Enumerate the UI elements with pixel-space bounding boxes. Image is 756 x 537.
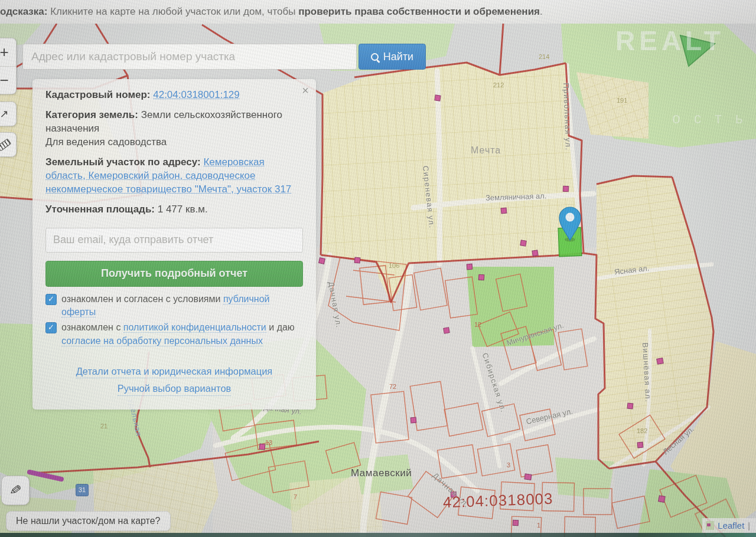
consent-privacy-middle: и даю (266, 322, 295, 332)
consent-privacy-text: ознакомлен с политикой конфиденциальност… (61, 321, 303, 348)
road-number-shield: 31 (76, 484, 89, 496)
zoom-control: + − (0, 38, 17, 94)
parcel-number: 106 (389, 262, 399, 269)
parcel-number: 12 (474, 321, 481, 328)
address-label: Земельный участок по адресу: (45, 156, 201, 168)
parcel-info-panel: × Кадастровый номер: 42:04:0318001:129 К… (32, 79, 316, 410)
site-watermark: REALT (615, 25, 725, 57)
parcel-number: 182 (637, 427, 647, 434)
cadastral-number-link[interactable]: 42:04:0318001:129 (153, 89, 240, 100)
parcel-number: 191 (617, 97, 627, 104)
zoom-in-button[interactable]: + (0, 38, 16, 67)
cadastral-map-app: Мечта Земляничная ал. Привольная ул. Сир… (0, 0, 756, 537)
measure-button[interactable] (0, 132, 17, 157)
parcel-number: 212 (493, 81, 504, 89)
parcel-number: 13 (265, 439, 272, 446)
leaflet-attribution-link[interactable]: Leaflet (718, 520, 744, 531)
search-icon (371, 53, 379, 61)
hint-bold-tail: проверить права собственности и обремене… (298, 6, 540, 17)
personal-data-link[interactable]: согласие на обработку персональных данны… (61, 336, 263, 346)
privacy-policy-link[interactable]: политикой конфиденциальности (123, 322, 266, 333)
fullscreen-button[interactable]: ↗ (0, 101, 17, 126)
consent-offer-prefix: ознакомлен и согласен с условиями (61, 294, 223, 304)
pencil-icon: ✎ (8, 476, 24, 505)
search-button[interactable]: Найти (359, 44, 426, 70)
search-button-label: Найти (383, 51, 413, 63)
address-row: Земельный участок по адресу: Кемеровская… (45, 156, 303, 197)
consent-row-offer: ✓ ознакомлен и согласен с условиями публ… (45, 293, 303, 319)
settlement-label: Мамаевский (351, 467, 412, 479)
land-category-label: Категория земель: (45, 109, 138, 120)
attribution-map-tile (706, 521, 714, 530)
land-category-row: Категория земель: Земли сельскохозяйстве… (45, 109, 303, 149)
hint-bar: одсказка: Кликните на карте на любой уча… (0, 0, 756, 24)
hint-bold-lead: одсказка: (0, 6, 47, 17)
get-report-button[interactable]: Получить подробный отчет (45, 261, 303, 287)
cadastral-quarter-number: 42:04:0318003 (443, 490, 553, 512)
manual-selection-link[interactable]: Ручной выбор вариантов (118, 382, 232, 395)
parcel-number: 1 (537, 522, 540, 529)
not-found-button[interactable]: Не нашли участок/дом на карте? (6, 511, 171, 531)
area-row: Уточненная площадь: 1 477 кв.м. (45, 203, 303, 217)
parcel-number: 72 (389, 383, 396, 390)
email-field[interactable] (45, 228, 303, 253)
land-usage-value: Для ведения садоводства (45, 136, 167, 148)
search-input[interactable] (22, 44, 357, 70)
area-label: Уточненная площадь: (45, 204, 155, 215)
parcel-number: 7 (294, 493, 297, 500)
cadastral-number-label: Кадастровый номер: (45, 89, 150, 100)
snt-name-label: Мечта (471, 145, 501, 156)
ruler-icon (0, 139, 11, 152)
search-bar: Найти (22, 44, 426, 70)
consent-row-privacy: ✓ ознакомлен с политикой конфиденциально… (45, 321, 303, 348)
attribution-divider: | (748, 521, 750, 531)
close-icon[interactable]: × (302, 83, 309, 99)
draw-button[interactable]: ✎ (1, 476, 30, 505)
consent-offer-text: ознакомлен и согласен с условиями публич… (61, 293, 303, 319)
parcel-number: 3 (507, 461, 510, 469)
panel-footer-links: Детали отчета и юридическая информация Р… (45, 363, 303, 398)
map-attribution: Leaflet | (702, 518, 756, 533)
hint-text: Кликните на карте на любой участок или д… (47, 6, 298, 17)
zoom-out-button[interactable]: − (0, 67, 16, 94)
hint-period: . (540, 6, 543, 17)
site-watermark-line2: о с т ь (672, 110, 748, 127)
offer-checkbox[interactable]: ✓ (45, 294, 57, 305)
screen-edge (0, 533, 756, 537)
cadastral-number-row: Кадастровый номер: 42:04:0318001:129 (45, 89, 303, 102)
consent-privacy-prefix: ознакомлен с (61, 322, 123, 332)
privacy-checkbox[interactable]: ✓ (45, 322, 57, 333)
area-value: 1 477 кв.м. (158, 204, 208, 215)
consent-section: ✓ ознакомлен и согласен с условиями публ… (45, 293, 303, 348)
parcel-number: 214 (539, 53, 549, 60)
report-details-link[interactable]: Детали отчета и юридическая информация (76, 365, 273, 378)
fullscreen-arrow-icon: ↗ (0, 108, 9, 120)
parcel-number: 21 (100, 423, 107, 430)
